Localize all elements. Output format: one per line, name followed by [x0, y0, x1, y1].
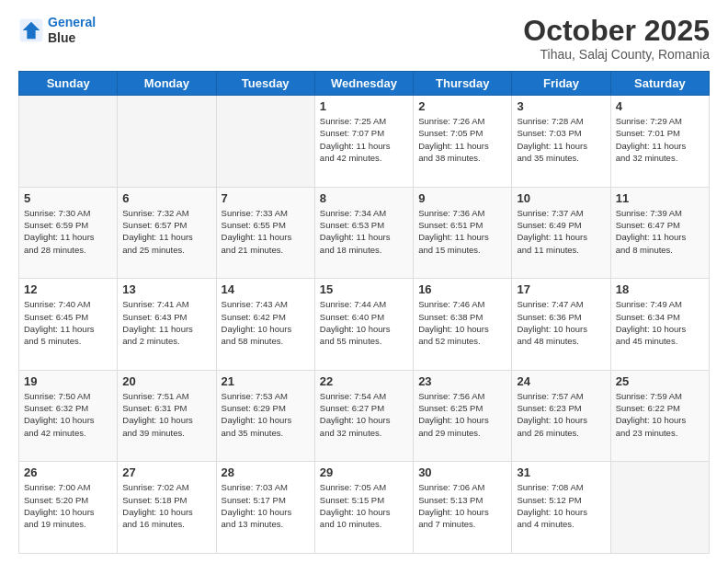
day-info: Sunrise: 7:57 AM Sunset: 6:23 PM Dayligh…	[517, 390, 605, 439]
day-number: 11	[616, 191, 704, 205]
table-row: 12Sunrise: 7:40 AM Sunset: 6:45 PM Dayli…	[19, 279, 118, 371]
col-friday: Friday	[512, 72, 610, 96]
logo-line2: Blue	[48, 30, 96, 46]
col-tuesday: Tuesday	[216, 72, 314, 96]
calendar-table: Sunday Monday Tuesday Wednesday Thursday…	[18, 71, 710, 554]
table-row: 26Sunrise: 7:00 AM Sunset: 5:20 PM Dayli…	[19, 462, 118, 554]
day-number: 13	[122, 282, 210, 296]
day-number: 30	[418, 465, 506, 479]
day-info: Sunrise: 7:36 AM Sunset: 6:51 PM Dayligh…	[418, 207, 506, 256]
day-info: Sunrise: 7:25 AM Sunset: 7:07 PM Dayligh…	[320, 115, 408, 164]
table-row: 24Sunrise: 7:57 AM Sunset: 6:23 PM Dayli…	[512, 370, 610, 462]
day-number: 1	[320, 99, 408, 113]
day-info: Sunrise: 7:39 AM Sunset: 6:47 PM Dayligh…	[616, 207, 704, 256]
logo: General Blue	[18, 15, 96, 46]
day-number: 10	[517, 191, 605, 205]
day-info: Sunrise: 7:05 AM Sunset: 5:15 PM Dayligh…	[320, 481, 408, 530]
day-info: Sunrise: 7:32 AM Sunset: 6:57 PM Dayligh…	[122, 207, 210, 256]
table-row	[19, 96, 118, 188]
day-number: 21	[222, 374, 310, 388]
day-info: Sunrise: 7:47 AM Sunset: 6:36 PM Dayligh…	[517, 298, 605, 347]
table-row: 6Sunrise: 7:32 AM Sunset: 6:57 PM Daylig…	[118, 187, 216, 279]
month-title: October 2025	[523, 15, 710, 47]
day-number: 29	[320, 465, 408, 479]
header: General Blue October 2025 Tihau, Salaj C…	[18, 15, 710, 62]
logo-icon	[18, 17, 44, 43]
calendar-week-row: 12Sunrise: 7:40 AM Sunset: 6:45 PM Dayli…	[19, 279, 710, 371]
table-row: 7Sunrise: 7:33 AM Sunset: 6:55 PM Daylig…	[216, 187, 314, 279]
day-info: Sunrise: 7:03 AM Sunset: 5:17 PM Dayligh…	[222, 481, 310, 530]
calendar-week-row: 19Sunrise: 7:50 AM Sunset: 6:32 PM Dayli…	[19, 370, 710, 462]
table-row: 25Sunrise: 7:59 AM Sunset: 6:22 PM Dayli…	[610, 370, 709, 462]
day-number: 6	[122, 191, 210, 205]
day-number: 19	[24, 374, 112, 388]
day-number: 12	[24, 282, 112, 296]
day-info: Sunrise: 7:44 AM Sunset: 6:40 PM Dayligh…	[320, 298, 408, 347]
table-row: 29Sunrise: 7:05 AM Sunset: 5:15 PM Dayli…	[314, 462, 413, 554]
day-info: Sunrise: 7:53 AM Sunset: 6:29 PM Dayligh…	[222, 390, 310, 439]
calendar-week-row: 1Sunrise: 7:25 AM Sunset: 7:07 PM Daylig…	[19, 96, 710, 188]
table-row: 22Sunrise: 7:54 AM Sunset: 6:27 PM Dayli…	[314, 370, 413, 462]
calendar-week-row: 26Sunrise: 7:00 AM Sunset: 5:20 PM Dayli…	[19, 462, 710, 554]
day-number: 4	[616, 99, 704, 113]
table-row: 14Sunrise: 7:43 AM Sunset: 6:42 PM Dayli…	[216, 279, 314, 371]
table-row: 9Sunrise: 7:36 AM Sunset: 6:51 PM Daylig…	[414, 187, 512, 279]
table-row: 30Sunrise: 7:06 AM Sunset: 5:13 PM Dayli…	[414, 462, 512, 554]
col-saturday: Saturday	[610, 72, 709, 96]
day-info: Sunrise: 7:02 AM Sunset: 5:18 PM Dayligh…	[122, 481, 210, 530]
day-number: 25	[616, 374, 704, 388]
day-number: 8	[320, 191, 408, 205]
day-number: 26	[24, 465, 112, 479]
table-row	[118, 96, 216, 188]
day-info: Sunrise: 7:30 AM Sunset: 6:59 PM Dayligh…	[24, 207, 112, 256]
day-info: Sunrise: 7:06 AM Sunset: 5:13 PM Dayligh…	[418, 481, 506, 530]
col-wednesday: Wednesday	[314, 72, 413, 96]
logo-line1: General	[48, 15, 96, 29]
col-thursday: Thursday	[414, 72, 512, 96]
day-info: Sunrise: 7:28 AM Sunset: 7:03 PM Dayligh…	[517, 115, 605, 164]
page: General Blue October 2025 Tihau, Salaj C…	[0, 0, 728, 563]
location-subtitle: Tihau, Salaj County, Romania	[523, 47, 710, 62]
day-number: 20	[122, 374, 210, 388]
day-info: Sunrise: 7:54 AM Sunset: 6:27 PM Dayligh…	[320, 390, 408, 439]
day-info: Sunrise: 7:41 AM Sunset: 6:43 PM Dayligh…	[122, 298, 210, 347]
table-row: 23Sunrise: 7:56 AM Sunset: 6:25 PM Dayli…	[414, 370, 512, 462]
day-number: 15	[320, 282, 408, 296]
table-row: 10Sunrise: 7:37 AM Sunset: 6:49 PM Dayli…	[512, 187, 610, 279]
day-info: Sunrise: 7:51 AM Sunset: 6:31 PM Dayligh…	[122, 390, 210, 439]
table-row: 16Sunrise: 7:46 AM Sunset: 6:38 PM Dayli…	[414, 279, 512, 371]
day-info: Sunrise: 7:43 AM Sunset: 6:42 PM Dayligh…	[222, 298, 310, 347]
table-row: 8Sunrise: 7:34 AM Sunset: 6:53 PM Daylig…	[314, 187, 413, 279]
day-number: 2	[418, 99, 506, 113]
day-info: Sunrise: 7:40 AM Sunset: 6:45 PM Dayligh…	[24, 298, 112, 347]
table-row: 4Sunrise: 7:29 AM Sunset: 7:01 PM Daylig…	[610, 96, 709, 188]
table-row: 3Sunrise: 7:28 AM Sunset: 7:03 PM Daylig…	[512, 96, 610, 188]
day-info: Sunrise: 7:29 AM Sunset: 7:01 PM Dayligh…	[616, 115, 704, 164]
col-monday: Monday	[118, 72, 216, 96]
day-number: 23	[418, 374, 506, 388]
day-number: 18	[616, 282, 704, 296]
day-info: Sunrise: 7:49 AM Sunset: 6:34 PM Dayligh…	[616, 298, 704, 347]
table-row: 20Sunrise: 7:51 AM Sunset: 6:31 PM Dayli…	[118, 370, 216, 462]
day-number: 27	[122, 465, 210, 479]
day-number: 22	[320, 374, 408, 388]
table-row: 2Sunrise: 7:26 AM Sunset: 7:05 PM Daylig…	[414, 96, 512, 188]
table-row: 18Sunrise: 7:49 AM Sunset: 6:34 PM Dayli…	[610, 279, 709, 371]
day-info: Sunrise: 7:34 AM Sunset: 6:53 PM Dayligh…	[320, 207, 408, 256]
day-number: 9	[418, 191, 506, 205]
col-sunday: Sunday	[19, 72, 118, 96]
calendar-header-row: Sunday Monday Tuesday Wednesday Thursday…	[19, 72, 710, 96]
calendar-week-row: 5Sunrise: 7:30 AM Sunset: 6:59 PM Daylig…	[19, 187, 710, 279]
day-info: Sunrise: 7:33 AM Sunset: 6:55 PM Dayligh…	[222, 207, 310, 256]
day-info: Sunrise: 7:46 AM Sunset: 6:38 PM Dayligh…	[418, 298, 506, 347]
table-row	[610, 462, 709, 554]
table-row: 31Sunrise: 7:08 AM Sunset: 5:12 PM Dayli…	[512, 462, 610, 554]
day-number: 5	[24, 191, 112, 205]
table-row: 27Sunrise: 7:02 AM Sunset: 5:18 PM Dayli…	[118, 462, 216, 554]
day-number: 16	[418, 282, 506, 296]
table-row: 15Sunrise: 7:44 AM Sunset: 6:40 PM Dayli…	[314, 279, 413, 371]
title-block: October 2025 Tihau, Salaj County, Romani…	[523, 15, 710, 62]
day-number: 14	[222, 282, 310, 296]
table-row: 1Sunrise: 7:25 AM Sunset: 7:07 PM Daylig…	[314, 96, 413, 188]
day-info: Sunrise: 7:37 AM Sunset: 6:49 PM Dayligh…	[517, 207, 605, 256]
